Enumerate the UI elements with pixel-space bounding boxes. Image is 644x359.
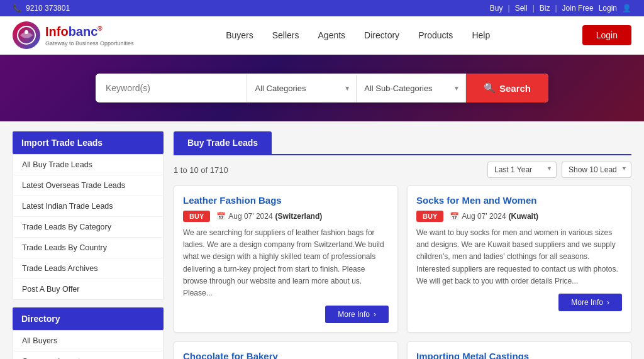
main-nav: Buyers Sellers Agents Directory Products… — [226, 30, 490, 40]
tab-header: Buy Trade Leads — [174, 131, 631, 155]
phone-icon: 📞 — [13, 4, 22, 13]
arrow-icon-1: › — [374, 310, 376, 319]
sidebar-link-archives[interactable]: Trade Leads Archives — [13, 258, 163, 279]
subcategory-select[interactable]: All Sub-Categories — [357, 75, 466, 102]
logo-name: Info — [45, 25, 69, 38]
sidebar-link-country[interactable]: Trade Leads By Country — [13, 238, 163, 258]
header: Infobanc® Gateway to Business Opportunit… — [0, 16, 644, 55]
category-select-wrap: All Categories — [247, 75, 357, 102]
card-date-2: 📅 Aug 07' 2024 (Kuwait) — [450, 212, 538, 221]
user-icon: 👤 — [622, 4, 631, 13]
nav-join-free[interactable]: Join Free — [562, 4, 594, 13]
nav-buyers[interactable]: Buyers — [226, 30, 253, 40]
nav-directory[interactable]: Directory — [364, 30, 399, 40]
show-filter-select[interactable]: Show 10 Lead Show 25 Lead Show 50 Lead — [562, 162, 631, 178]
subcategory-select-wrap: All Sub-Categories — [357, 75, 466, 102]
top-bar-left: 📞 9210 373801 — [13, 4, 70, 13]
card-metal-castings: Importing Metal Castings BUY More Info › — [407, 341, 631, 359]
sidebar: Import Trade Leads All Buy Trade Leads L… — [13, 131, 164, 359]
top-bar-right: Buy | Sell | Biz | Join Free Login 👤 — [490, 4, 631, 13]
sidebar-link-overseas-importers[interactable]: Overseas Importers — [13, 351, 163, 359]
card-date-1: 📅 Aug 07' 2024 (Switzerland) — [216, 212, 322, 221]
nav-help[interactable]: Help — [472, 30, 490, 40]
card-leather-bags: Leather Fashion Bags BUY 📅 Aug 07' 2024 … — [174, 185, 398, 333]
search-button-label: Search — [499, 83, 531, 94]
search-icon: 🔍 — [484, 82, 496, 94]
card-footer-1: More Info › — [183, 306, 389, 323]
logo-name2: banc — [69, 25, 98, 38]
main-content: Import Trade Leads All Buy Trade Leads L… — [0, 121, 644, 359]
right-panel: Buy Trade Leads 1 to 10 of 1710 Last 1 Y… — [174, 131, 631, 359]
sidebar-link-all-buyers[interactable]: All Buyers — [13, 331, 163, 351]
card-chocolate: Chocolate for Bakery BUY More Info › — [174, 341, 398, 359]
calendar-icon-2: 📅 — [450, 212, 459, 221]
category-select[interactable]: All Categories — [247, 75, 357, 102]
logo-reg: ® — [97, 25, 102, 32]
results-bar: 1 to 10 of 1710 Last 1 Year Last 6 Month… — [174, 162, 631, 178]
year-filter-select[interactable]: Last 1 Year Last 6 Months Last 3 Months — [487, 162, 557, 178]
svg-point-1 — [25, 30, 28, 34]
nav-buy[interactable]: Buy — [490, 4, 503, 13]
nav-agents[interactable]: Agents — [318, 30, 346, 40]
nav-biz[interactable]: Biz — [540, 4, 550, 13]
results-count: 1 to 10 of 1710 — [174, 165, 228, 175]
sidebar-link-all-buy[interactable]: All Buy Trade Leads — [13, 155, 163, 175]
year-filter-wrap: Last 1 Year Last 6 Months Last 3 Months — [487, 162, 557, 178]
logo-text-area: Infobanc® Gateway to Business Opportunit… — [45, 25, 134, 47]
card-footer-2: More Info › — [416, 294, 622, 311]
hero-section: All Categories All Sub-Categories 🔍 Sear… — [0, 55, 644, 121]
buy-badge-1: BUY — [183, 211, 210, 222]
arrow-icon-2: › — [607, 298, 609, 307]
card-meta-2: BUY 📅 Aug 07' 2024 (Kuwait) — [416, 211, 622, 222]
card-title-1[interactable]: Leather Fashion Bags — [183, 195, 389, 206]
cards-grid: Leather Fashion Bags BUY 📅 Aug 07' 2024 … — [174, 185, 631, 359]
sidebar-link-post[interactable]: Post A Buy Offer — [13, 279, 163, 299]
card-title-2[interactable]: Socks for Men and Women — [416, 195, 622, 206]
phone-number: 9210 373801 — [26, 4, 70, 13]
more-info-btn-2[interactable]: More Info › — [558, 294, 622, 311]
sidebar-link-indian[interactable]: Latest Indian Trade Leads — [13, 196, 163, 217]
nav-sellers[interactable]: Sellers — [272, 30, 299, 40]
sidebar-link-overseas[interactable]: Latest Overseas Trade Leads — [13, 175, 163, 196]
logo-tagline: Gateway to Business Opportunities — [45, 40, 134, 47]
results-filters: Last 1 Year Last 6 Months Last 3 Months … — [487, 162, 631, 178]
tab-buy-trade-leads[interactable]: Buy Trade Leads — [174, 131, 272, 154]
card-desc-1: We are searching for suppliers of leathe… — [183, 227, 389, 299]
search-bar: All Categories All Sub-Categories 🔍 Sear… — [96, 74, 548, 102]
card-socks: Socks for Men and Women BUY 📅 Aug 07' 20… — [407, 185, 631, 333]
logo-icon — [13, 21, 40, 49]
card-title-3[interactable]: Chocolate for Bakery — [183, 351, 389, 359]
sidebar-section1-title: Import Trade Leads — [13, 131, 164, 154]
more-info-btn-1[interactable]: More Info › — [325, 306, 389, 323]
top-bar: 📞 9210 373801 Buy | Sell | Biz | Join Fr… — [0, 0, 644, 16]
card-title-4[interactable]: Importing Metal Castings — [416, 351, 622, 359]
nav-sell[interactable]: Sell — [515, 4, 528, 13]
nav-login[interactable]: Login — [599, 4, 617, 13]
card-meta-1: BUY 📅 Aug 07' 2024 (Switzerland) — [183, 211, 389, 222]
sidebar-links-1: All Buy Trade Leads Latest Overseas Trad… — [13, 154, 164, 300]
buy-badge-2: BUY — [416, 211, 443, 222]
sidebar-links-2: All Buyers Overseas Importers Verified I… — [13, 330, 164, 359]
logo-area: Infobanc® Gateway to Business Opportunit… — [13, 21, 134, 49]
show-filter-wrap: Show 10 Lead Show 25 Lead Show 50 Lead — [562, 162, 631, 178]
calendar-icon-1: 📅 — [216, 212, 226, 221]
nav-products[interactable]: Products — [418, 30, 453, 40]
sidebar-section2-title: Directory — [13, 307, 164, 330]
login-button[interactable]: Login — [582, 25, 631, 45]
search-keyword-input[interactable] — [96, 74, 247, 102]
search-button[interactable]: 🔍 Search — [466, 74, 548, 102]
card-desc-2: We want to buy socks for men and women i… — [416, 227, 622, 287]
sidebar-link-category[interactable]: Trade Leads By Category — [13, 217, 163, 238]
